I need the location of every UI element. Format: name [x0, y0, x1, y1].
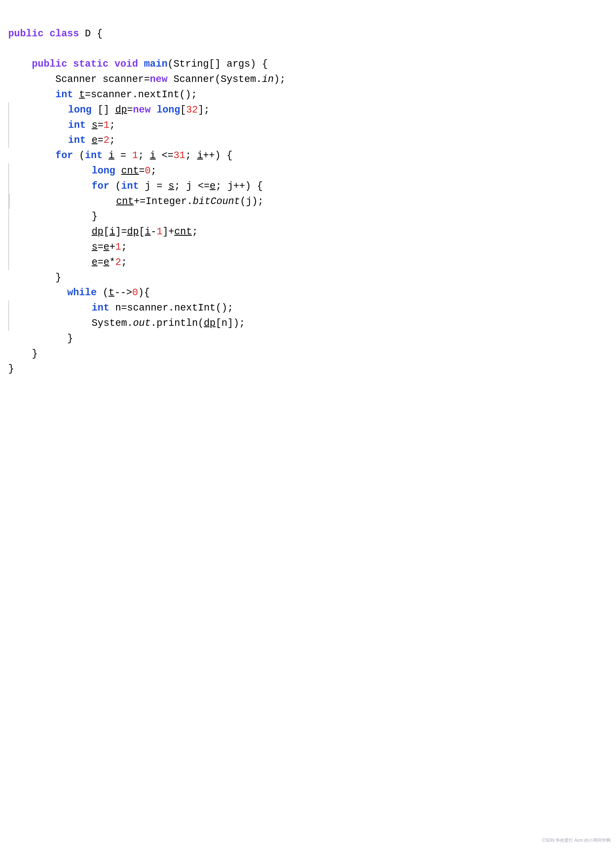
vbar-4: int n=scanner.nextInt(); System.out.prin… [8, 300, 608, 331]
keyword-long2: long [157, 104, 180, 116]
keyword-for2: for [92, 181, 109, 192]
system-out: out [133, 317, 151, 329]
var-e4: e [92, 257, 98, 268]
keyword-public: public [8, 28, 44, 39]
system-in: in [262, 74, 274, 85]
var-dp: dp [115, 104, 127, 116]
keyword-int2: int [68, 120, 86, 131]
var-s2: s [168, 181, 174, 192]
keyword-int5: int [121, 181, 139, 192]
keyword-while: while [67, 287, 97, 298]
var-dp2: dp [92, 226, 103, 237]
keyword-for1: for [55, 150, 73, 161]
keyword-static: static [73, 58, 109, 70]
vbar-1: long [] dp=new long[32]; int s=1; int e=… [8, 102, 608, 148]
keyword-public2: public [32, 58, 67, 70]
var-e3: e [104, 242, 110, 253]
keyword-void: void [114, 58, 138, 70]
keyword-new1: new [150, 74, 168, 85]
keyword-int6: int [92, 302, 109, 314]
var-cnt3: cnt [174, 226, 192, 237]
method-bitcount: bitCount [193, 196, 240, 207]
vbar-3: cnt+=Integer.bitCount(j); [9, 194, 608, 209]
var-i3: i [197, 150, 203, 161]
var-t2: t [108, 287, 114, 298]
keyword-new2: new [133, 104, 151, 116]
num-1b: 1 [132, 150, 138, 161]
num-0b: 0 [132, 287, 138, 298]
var-t: t [79, 89, 85, 100]
keyword-int3: int [68, 135, 86, 146]
num-1c: 1 [157, 226, 163, 237]
var-e2: e [210, 181, 216, 192]
num-31: 31 [174, 150, 185, 161]
var-i5: i [145, 226, 151, 237]
keyword-long1: long [68, 104, 92, 116]
num-1d: 1 [115, 242, 121, 253]
keyword-int1: int [55, 89, 73, 100]
num-2: 2 [104, 135, 110, 146]
var-i1: i [108, 150, 114, 161]
keyword-int4: int [85, 150, 103, 161]
code-container: public class D { public static void main… [8, 11, 608, 377]
num-1: 1 [104, 120, 110, 131]
var-e: e [92, 135, 98, 146]
var-s3: s [92, 242, 98, 253]
var-dp4: dp [204, 317, 215, 329]
var-i2: i [150, 150, 156, 161]
method-main: main [144, 58, 168, 70]
num-32: 32 [186, 104, 198, 116]
var-s: s [92, 120, 98, 131]
vbar-2: long cnt=0; for (int j = s; j <=e; j++) … [8, 163, 608, 270]
var-cnt2: cnt [116, 196, 134, 207]
keyword-long3: long [92, 165, 115, 176]
var-i4: i [109, 226, 115, 237]
var-cnt1: cnt [121, 165, 139, 176]
var-dp3: dp [127, 226, 139, 237]
var-e5: e [104, 257, 110, 268]
num-2b: 2 [115, 257, 121, 268]
num-0: 0 [145, 165, 151, 176]
keyword-class: class [49, 28, 79, 39]
